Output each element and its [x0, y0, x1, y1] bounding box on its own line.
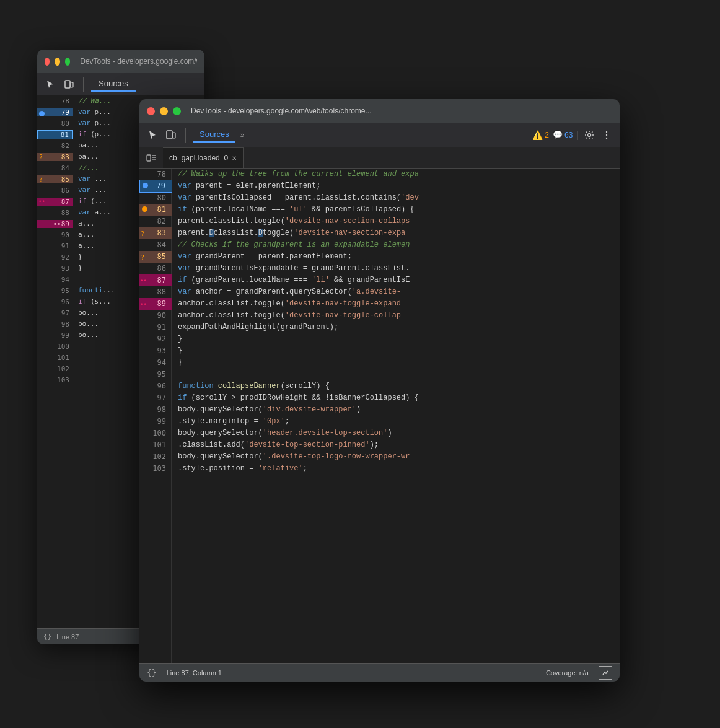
line-87: ••87 — [139, 274, 171, 286]
code-line-100: body.querySelector('header.devsite-top-s… — [178, 428, 620, 439]
more-tabs-chevron[interactable]: » — [240, 131, 245, 139]
badge-sep: | — [576, 130, 579, 140]
code-line-95 — [178, 369, 620, 380]
file-tab-bar: cb=gapi.loaded_0 ✕ — [139, 147, 620, 169]
tab-sources-front[interactable]: Sources — [193, 127, 235, 143]
code-line-101: .classList.add('devsite-top-section-pinn… — [178, 439, 620, 451]
back-line-84: 84 — [37, 162, 74, 173]
line-89: ••89 — [139, 298, 171, 310]
cursor-icon-front[interactable] — [146, 128, 159, 142]
window-title-front: DevTools - developers.google.com/web/too… — [191, 107, 371, 115]
bracket-icon-back: {} — [43, 633, 51, 641]
toolbar-divider-1 — [185, 128, 186, 143]
code-line-82: parent.classList.toggle('devsite-nav-sec… — [178, 216, 620, 227]
code-line-84: // Checks if the grandparent is an expan… — [178, 239, 620, 251]
warning-badge[interactable]: ⚠️ 2 — [532, 130, 549, 140]
status-position-back: Line 87 — [56, 633, 79, 641]
toolbar-back: Sources — [37, 73, 204, 95]
back-line-81: 81 — [37, 129, 74, 140]
badge-area: ⚠️ 2 💬 63 | — [532, 128, 613, 142]
settings-icon[interactable] — [582, 128, 596, 142]
line-81: 81 — [139, 204, 171, 216]
code-text-area: // Walks up the tree from the current el… — [172, 169, 620, 663]
statusbar-front: {} Line 87, Column 1 Coverage: n/a — [139, 663, 620, 682]
code-line-78: // Walks up the tree from the current el… — [178, 169, 620, 180]
file-tab-close-button[interactable]: ✕ — [232, 155, 237, 162]
svg-point-6 — [606, 134, 607, 135]
titlebar-back: DevTools - developers.google.com/web/too… — [37, 50, 204, 73]
back-line-80: 80 — [37, 118, 74, 129]
status-left: {} Line 87, Column 1 — [147, 668, 222, 677]
line-86: 86 — [139, 263, 171, 274]
code-line-86: var grandParentIsExpandable = grandParen… — [178, 263, 620, 274]
warning-count: 2 — [545, 131, 549, 139]
devtools-window-front: DevTools - developers.google.com/web/too… — [139, 99, 620, 682]
code-line-91: expandPathAndHighlight(grandParent); — [178, 322, 620, 333]
svg-rect-3 — [173, 133, 175, 138]
code-line-85: var grandParent = parent.parentElement; — [178, 251, 620, 263]
coverage-icon[interactable] — [599, 666, 612, 680]
minimize-button-front[interactable] — [160, 107, 168, 115]
svg-rect-2 — [167, 131, 172, 139]
svg-point-4 — [588, 133, 591, 136]
code-line-103: .style.position = 'relative'; — [178, 463, 620, 475]
device-icon-back[interactable] — [62, 77, 76, 91]
tab-sources-back[interactable]: Sources — [91, 76, 136, 92]
back-line-82: 82 — [37, 140, 74, 151]
back-line-83: ?83 — [37, 151, 74, 162]
code-editor-area: 78 79 80 81 82 — [139, 169, 620, 663]
device-toggle-icon[interactable] — [164, 128, 178, 142]
maximize-button-front[interactable] — [173, 107, 181, 115]
svg-point-5 — [606, 131, 607, 132]
cursor-icon-back[interactable] — [43, 77, 57, 91]
back-line-86: 86 — [37, 185, 74, 196]
sidebar-toggle-button[interactable] — [144, 151, 158, 165]
status-position: Line 87, Column 1 — [167, 669, 222, 677]
line-88: 88 — [139, 286, 171, 298]
line-80: 80 — [139, 192, 171, 204]
divider-back — [83, 77, 84, 92]
line-84: 84 — [139, 239, 171, 251]
code-with-gutter: 78 79 80 81 82 — [139, 169, 620, 663]
info-count: 63 — [564, 131, 573, 139]
info-badge[interactable]: 💬 63 — [553, 130, 573, 139]
file-tab-gapi[interactable]: cb=gapi.loaded_0 ✕ — [163, 147, 244, 168]
line-85: ?85 — [139, 251, 171, 263]
code-line-89: anchor.classList.toggle('devsite-nav-tog… — [178, 298, 620, 310]
svg-rect-1 — [71, 82, 73, 87]
line-gutter: 78 79 80 81 82 — [139, 169, 172, 663]
code-line-99: .style.marginTop = '0px'; — [178, 416, 620, 428]
status-coverage: Coverage: n/a — [546, 669, 589, 677]
bracket-icon-front: {} — [147, 668, 157, 677]
status-right: Coverage: n/a — [546, 666, 612, 680]
code-line-88: var anchor = grandParent.querySelector('… — [178, 286, 620, 298]
message-icon: 💬 — [553, 130, 563, 139]
code-line-102: body.querySelector('.devsite-top-logo-ro… — [178, 451, 620, 463]
code-line-94: } — [178, 357, 620, 369]
close-button-front[interactable] — [147, 107, 155, 115]
minimize-button-back[interactable] — [55, 58, 59, 66]
code-line-96: function collapseBanner(scrollY) { — [178, 380, 620, 392]
code-line-97: if (scrollY > prodIDRowHeight && !isBann… — [178, 392, 620, 404]
code-line-79: var parent = elem.parentElement; — [178, 180, 620, 192]
more-options-icon[interactable] — [600, 128, 613, 142]
gutter-back: 78 79 80 81 82 ?83 — [37, 95, 74, 628]
code-line-92: } — [178, 333, 620, 345]
code-line-87: if (grandParent.localName === 'li' && gr… — [178, 274, 620, 286]
code-line-81: if (parent.localName === 'ul' && parentI… — [178, 204, 620, 216]
code-line-83: parent.DclassList.Dtoggle('devsite-nav-s… — [178, 227, 620, 239]
file-tab-name: cb=gapi.loaded_0 — [169, 154, 228, 162]
svg-rect-0 — [65, 81, 70, 88]
window-title-back: DevTools - developers.google.com/web/too… — [80, 57, 197, 66]
maximize-button-back[interactable] — [65, 58, 70, 66]
close-button-back[interactable] — [45, 58, 50, 66]
back-line-89: ••89 — [37, 218, 74, 229]
code-line-80: var parentIsCollapsed = parent.classList… — [178, 192, 620, 204]
back-line-85: ?85 — [37, 173, 74, 185]
toolbar-front: Sources » ⚠️ 2 💬 63 | — [139, 123, 620, 147]
line-79: 79 — [139, 180, 171, 192]
back-line-78: 78 — [37, 95, 74, 107]
line-78: 78 — [139, 169, 171, 180]
svg-point-7 — [606, 137, 607, 138]
warning-icon: ⚠️ — [532, 130, 543, 140]
